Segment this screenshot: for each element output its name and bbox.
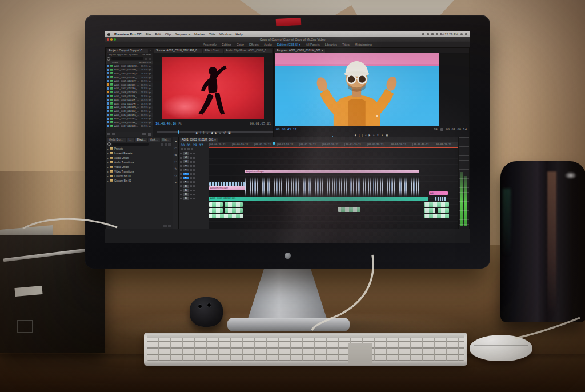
twirl-arrow-icon[interactable]: ▸ (107, 147, 109, 150)
project-clip-row[interactable]: A001_C012_0101ZN_001 23.976 fps (106, 106, 153, 110)
clip-name[interactable]: A001_C011_0101PH_001 (114, 102, 139, 105)
battery-icon[interactable] (427, 33, 429, 35)
track-header-row[interactable]: A3 (179, 185, 209, 189)
accelerated-effects-icon[interactable] (161, 143, 163, 146)
menu-item[interactable]: Sequence (175, 33, 190, 36)
clip-name[interactable]: A001_C002_01016M_001 (114, 68, 139, 71)
track-solo-icon[interactable] (193, 194, 195, 196)
project-clip-row[interactable]: A001_C007_0101BA_001 23.976 fps (106, 87, 153, 91)
timeline-clip[interactable] (424, 202, 449, 207)
effects-folder-row[interactable]: ▸ Presets (106, 146, 173, 151)
track-name[interactable]: A1 (183, 177, 189, 179)
effects-panel-tab[interactable]: Info (127, 138, 134, 142)
clip-name[interactable]: A001_C007_0101BA_001 (114, 87, 139, 90)
track-name[interactable]: V4 (183, 160, 189, 163)
program-monitor-tab[interactable]: Program: A001_C003_0101M_001 × (275, 49, 325, 53)
timeline-clip[interactable] (424, 208, 435, 213)
project-clip-row[interactable]: A001_C015_0101VY_001 23.976 fps (106, 117, 153, 121)
transport-button-icon[interactable]: ▶ (369, 134, 371, 137)
label-chip[interactable] (107, 121, 109, 123)
track-header-row[interactable]: V2 (179, 168, 209, 172)
transport-button-icon[interactable]: { (359, 134, 360, 137)
folder-name[interactable]: Custom Bin 02 (114, 179, 131, 182)
folder-name[interactable]: Audio Effects (114, 157, 129, 159)
track-solo-icon[interactable] (193, 181, 195, 183)
label-chip[interactable] (107, 72, 109, 74)
transport-button-icon[interactable]: » (373, 134, 375, 137)
track-name[interactable]: V5 (183, 156, 189, 159)
folder-name[interactable]: Presets (114, 147, 123, 150)
track-mute-icon[interactable] (190, 177, 193, 179)
label-chip[interactable] (107, 76, 109, 78)
project-clip-row[interactable]: A001_C006_01012K_001 23.976 fps (106, 83, 153, 87)
list-view-icon[interactable] (145, 58, 147, 60)
label-chip[interactable] (107, 95, 109, 97)
twirl-arrow-icon[interactable]: ▸ (107, 152, 109, 155)
track-mute-icon[interactable] (190, 169, 193, 171)
clip-name[interactable]: A001_C006_01012K_001 (114, 83, 139, 86)
transport-button-icon[interactable]: ◆ (195, 131, 198, 134)
tool-icon[interactable]: ⇆ (174, 153, 177, 157)
track-solo-icon[interactable] (193, 165, 195, 167)
effects-folder-row[interactable]: ▸ Audio Transitions (106, 160, 173, 165)
project-clip-row[interactable]: A001_C004_0101RL_001 23.976 fps (106, 75, 153, 79)
source-monitor-tab[interactable]: Source: A001_C018_0101AM_001.R3D × (154, 49, 202, 53)
project-clip-row[interactable]: A001_C009_0101JX_001 23.976 fps (106, 94, 153, 98)
bluetooth-icon[interactable] (422, 33, 424, 35)
menu-app-name[interactable]: Premiere Pro CC (114, 33, 142, 36)
track-mute-icon[interactable] (190, 190, 193, 192)
tool-icon[interactable]: ▭ (174, 146, 177, 150)
menu-item[interactable]: Help (235, 33, 242, 36)
new-bin-icon[interactable] (142, 133, 146, 135)
clip-name[interactable]: A001_C003_0101M_001 (114, 72, 139, 75)
clip-name[interactable]: A001_C001_0101CM_001 (114, 65, 139, 67)
track-mute-icon[interactable] (190, 161, 193, 163)
menu-item[interactable]: Window (219, 33, 231, 36)
tool-icon[interactable]: ✂ (174, 160, 177, 163)
track-solo-icon[interactable] (193, 169, 195, 171)
apple-menu-icon[interactable] (107, 33, 110, 36)
clip-name[interactable]: A001_C010_01017F_001 (114, 98, 139, 101)
panel-menu-icon[interactable]: ≡ (150, 49, 151, 52)
track-solo-icon[interactable] (193, 190, 195, 192)
transport-button-icon[interactable]: ▣ (386, 134, 388, 137)
workspace-tab[interactable]: Editing (222, 43, 231, 46)
add-marker-icon[interactable] (187, 148, 190, 150)
column-name[interactable]: Name (107, 61, 138, 64)
track-lock-icon[interactable] (180, 173, 182, 175)
delete-custom-item-icon[interactable] (168, 225, 171, 227)
label-chip[interactable] (107, 65, 109, 67)
project-clip-row[interactable]: A001_C001_0101CM_001 23.976 fps (106, 64, 153, 68)
program-zoom-dropdown[interactable]: 1/4 (434, 128, 437, 131)
timeline-clip[interactable] (209, 182, 246, 186)
effects-panel-tab[interactable]: Media Browser (107, 138, 126, 142)
track-header-row[interactable]: A2 (179, 180, 209, 184)
twirl-arrow-icon[interactable]: ▸ (107, 166, 109, 169)
twirl-arrow-icon[interactable]: ▸ (107, 157, 109, 159)
track-solo-icon[interactable] (193, 177, 195, 179)
timeline-clip[interactable] (424, 214, 449, 218)
spotlight-icon[interactable] (460, 33, 463, 35)
twirl-arrow-icon[interactable]: ▸ (107, 170, 109, 173)
project-clip-row[interactable]: A001_C005_0101QV_001 23.976 fps (106, 79, 153, 83)
label-chip[interactable] (107, 118, 109, 120)
label-chip[interactable] (107, 91, 109, 93)
transport-button-icon[interactable]: ↺ (223, 131, 226, 134)
twirl-arrow-icon[interactable]: ▸ (107, 175, 109, 178)
search-input[interactable] (111, 57, 143, 60)
transport-button-icon[interactable]: » (219, 131, 221, 134)
volume-icon[interactable] (436, 33, 438, 35)
track-lock-icon[interactable] (180, 194, 182, 196)
track-name[interactable]: V1 (183, 173, 189, 175)
project-clip-row[interactable]: A001_C002_01016M_001 23.976 fps (106, 68, 153, 72)
tool-icon[interactable]: ➤ (174, 139, 177, 143)
clip-name[interactable]: A001_C016_01018S_001 (114, 121, 139, 124)
source-monitor-tab[interactable]: Audio Clip Mixer: A001_C003_0101M_0 (224, 49, 272, 53)
clip-name[interactable]: A001_C015_0101VY_001 (114, 117, 139, 120)
menu-item[interactable]: Title (209, 33, 215, 36)
timeline-clip[interactable] (225, 208, 243, 213)
track-mute-icon[interactable] (190, 194, 193, 196)
project-clip-row[interactable]: A001_C011_0101PH_001 23.976 fps (106, 102, 153, 106)
track-lock-icon[interactable] (180, 157, 182, 159)
breadcrumb[interactable]: Copy of Copy of McCoy Video.prproj (107, 53, 141, 56)
